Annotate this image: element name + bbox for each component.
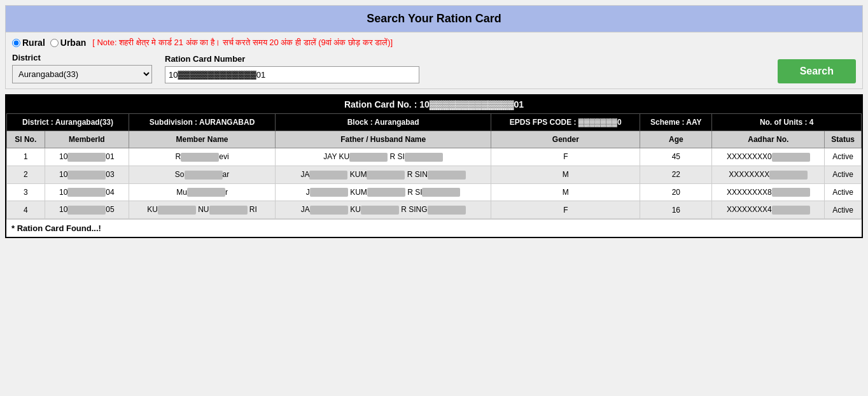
result-table: District : Aurangabad(33) Subdivision : … [6, 113, 862, 219]
footer-note: * Ration Card Found...! [6, 219, 862, 237]
col-status: Status [825, 131, 862, 148]
col-sl-no: Sl No. [7, 131, 45, 148]
rural-radio[interactable] [12, 39, 20, 47]
col-headers-row: Sl No. MemberId Member Name Father / Hus… [7, 131, 862, 148]
info-epds: EPDS FPS CODE : ▓▓▓▓▓▓▓0 [491, 114, 640, 131]
ration-card-input[interactable] [165, 66, 419, 83]
district-label: District [12, 53, 152, 62]
urban-radio-label[interactable]: Urban [50, 38, 86, 48]
result-tbody: 11001ReviJAY KU R SIF45XXXXXXXX0Active21… [7, 148, 862, 219]
search-button[interactable]: Search [778, 59, 856, 83]
result-table-wrapper: Ration Card No. : 10▓▓▓▓▓▓▓▓▓▓▓▓▓01 Dist… [5, 94, 863, 238]
page-title: Search Your Ration Card [5, 5, 863, 32]
title-text: Search Your Ration Card [367, 12, 501, 25]
table-row: 31004MurJ KUM R SIM20XXXXXXXX8Active [7, 183, 862, 201]
rural-label-text: Rural [22, 38, 45, 48]
district-select[interactable]: Aurangabad(33) [12, 65, 152, 83]
page-wrapper: Search Your Ration Card Rural Urban [ No… [0, 0, 868, 243]
table-row: 41005KU NU RIJA KU R SINGF16XXXXXXXX4Act… [7, 201, 862, 219]
radio-note-row: Rural Urban [ Note: शहरी क्षेत्र मे कार्… [12, 38, 856, 48]
col-age: Age [640, 131, 712, 148]
radio-group: Rural Urban [12, 38, 86, 48]
info-block: Block : Aurangabad [275, 114, 491, 131]
ration-card-field-group: Ration Card Number [165, 54, 419, 83]
card-no-text: Ration Card No. : 10▓▓▓▓▓▓▓▓▓▓▓▓▓01 [344, 99, 524, 110]
col-gender: Gender [491, 131, 640, 148]
controls-section: Rural Urban [ Note: शहरी क्षेत्र मे कार्… [5, 32, 863, 89]
col-father-husband: Father / Husband Name [275, 131, 491, 148]
col-member-id: MemberId [45, 131, 129, 148]
urban-label-text: Urban [60, 38, 86, 48]
info-subdivision: Subdivision : AURANGABAD [129, 114, 276, 131]
info-scheme: Scheme : AAY [640, 114, 712, 131]
urban-radio[interactable] [50, 39, 59, 47]
table-row: 11001ReviJAY KU R SIF45XXXXXXXX0Active [7, 148, 862, 166]
district-field-group: District Aurangabad(33) [12, 53, 152, 83]
rural-radio-label[interactable]: Rural [12, 38, 45, 48]
info-units: No. of Units : 4 [712, 114, 862, 131]
col-member-name: Member Name [129, 131, 276, 148]
col-aadhar: Aadhar No. [712, 131, 825, 148]
note-text: [ Note: शहरी क्षेत्र मे कार्ड 21 अंक का … [92, 38, 393, 48]
fields-row: District Aurangabad(33) Ration Card Numb… [12, 53, 856, 83]
info-district: District : Aurangabad(33) [7, 114, 129, 131]
ration-card-label: Ration Card Number [165, 54, 419, 64]
info-row: District : Aurangabad(33) Subdivision : … [7, 114, 862, 131]
ration-card-no-header: Ration Card No. : 10▓▓▓▓▓▓▓▓▓▓▓▓▓01 [6, 95, 862, 113]
table-row: 21003SoarJA KUM R SINM22XXXXXXXXActive [7, 166, 862, 183]
